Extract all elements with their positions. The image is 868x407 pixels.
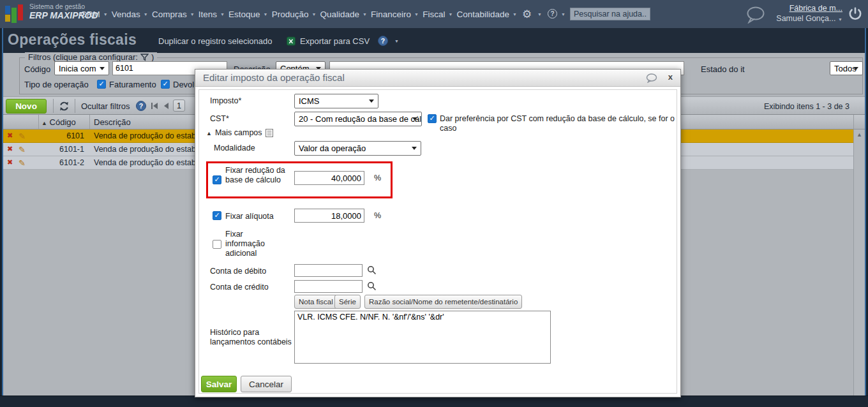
chat-bubble-icon[interactable] [745, 6, 766, 24]
conta-credito-label: Conta de crédito [210, 283, 269, 292]
token-serie-button[interactable]: Série [334, 295, 361, 309]
row-code: 6101-1 [38, 145, 84, 154]
conta-credito-input[interactable] [294, 280, 363, 293]
mais-campos-toggle[interactable]: ▲ Mais campos [206, 128, 273, 138]
grid-help-icon[interactable]: ? [136, 101, 146, 111]
scroll-up-icon[interactable]: ▲ [854, 131, 865, 138]
page-number-box[interactable]: 1 [173, 100, 185, 112]
cst-preference-checkbox[interactable] [428, 114, 437, 123]
cst-value: 20 - Com redução da base de cál [299, 114, 421, 124]
filters-legend-close: ) [151, 52, 154, 62]
duplicate-record-button[interactable]: Duplicar o registro selecionado [158, 36, 272, 46]
page-help-caret-icon[interactable]: ▼ [394, 39, 399, 43]
gear-menu-caret-icon[interactable]: ▼ [537, 12, 542, 17]
menu-producao[interactable]: Produção▼ [272, 10, 317, 19]
modalidade-select[interactable]: Valor da operação [294, 141, 421, 156]
menu-qualidade[interactable]: Qualidade▼ [320, 10, 367, 19]
menu-compras[interactable]: Compras▼ [152, 10, 195, 19]
search-lookup-icon[interactable] [367, 265, 377, 275]
frame-right-accent [865, 28, 866, 407]
menu-label: Financeiro [371, 10, 411, 19]
menu-contabilidade[interactable]: Contabilidade▼ [456, 10, 517, 19]
codigo-filter-label: Código [24, 64, 50, 74]
chevron-down-icon: ▼ [103, 12, 108, 17]
hide-filters-button[interactable]: Ocultar filtros [81, 101, 130, 111]
prev-page-icon[interactable] [163, 103, 168, 109]
menu-fiscal[interactable]: Fiscal▼ [423, 10, 453, 19]
devolucao-checkbox[interactable] [161, 80, 170, 89]
user-menu-caret-icon[interactable]: ▼ [838, 17, 842, 22]
conta-debito-input[interactable] [294, 264, 363, 277]
fixar-aliquota-input[interactable] [294, 209, 364, 223]
gear-icon[interactable]: ⚙ [522, 8, 532, 21]
logout-power-icon[interactable] [848, 6, 863, 22]
first-page-icon[interactable] [151, 103, 158, 109]
edit-row-icon[interactable]: ✎ [19, 131, 26, 141]
token-razao-social-button[interactable]: Razão social/Nome do remetente/destinatá… [364, 295, 522, 309]
fixar-info-checkbox[interactable] [213, 240, 221, 249]
menu-crm[interactable]: CRM▼ [80, 10, 108, 19]
filters-legend[interactable]: Filtros (clique para configurar: ) [25, 52, 157, 62]
menu-label: Produção [272, 10, 309, 19]
modal-title-bar[interactable]: Editar imposto da operação fiscal x [195, 70, 680, 87]
modal-chat-bubble-icon[interactable] [646, 73, 657, 83]
column-header-codigo[interactable]: ▲ Código [41, 117, 76, 127]
chevron-down-icon: ▼ [513, 12, 517, 17]
app-logo-icon[interactable] [5, 3, 26, 25]
delete-row-icon[interactable]: ✖ [7, 158, 13, 166]
top-nav-bar: Sistema de gestão ERP MAXIPROD CRM▼ Vend… [0, 0, 868, 28]
estado-filter-select[interactable]: Todos [830, 61, 863, 75]
delete-row-icon[interactable]: ✖ [7, 145, 13, 153]
help-icon[interactable]: ? [548, 9, 557, 18]
token-nota-fiscal-button[interactable]: Nota fiscal [294, 295, 338, 309]
fixar-reducao-input[interactable] [294, 171, 364, 185]
new-button[interactable]: Novo [6, 99, 47, 114]
menu-label: Itens [198, 10, 217, 19]
percent-sign: % [374, 174, 381, 182]
collapse-triangle-icon: ▲ [206, 130, 212, 137]
faturamento-checkbox[interactable] [97, 80, 106, 89]
modal-title: Editar imposto da operação fiscal [203, 72, 345, 83]
edit-row-icon[interactable]: ✎ [19, 145, 26, 154]
search-lookup-icon[interactable] [367, 281, 377, 291]
cst-select[interactable]: 20 - Com redução da base de cál [294, 112, 422, 126]
company-link[interactable]: Fábrica de m... [789, 4, 842, 13]
cst-label: CST* [210, 114, 229, 124]
tipo-operacao-label: Tipo de operação [24, 80, 89, 89]
codigo-operator-select[interactable]: Inicia com [54, 61, 109, 75]
help-search-input[interactable] [570, 8, 650, 20]
menu-label: CRM [80, 10, 100, 19]
modal-body: Imposto* ICMS CST* 20 - Com redução da b… [198, 89, 677, 394]
column-divider [38, 115, 39, 129]
cst-preference-label: Dar preferência por CST com redução da b… [440, 114, 677, 133]
table-scrollbar[interactable]: ▲ [853, 130, 865, 396]
user-menu[interactable]: Samuel Gonça... [776, 14, 835, 23]
historico-textarea[interactable]: VLR. ICMS CFE. N/NF. N. '&nf'/'&ns' '&dr… [294, 311, 551, 364]
menu-vendas[interactable]: Vendas▼ [112, 10, 148, 19]
save-button[interactable]: Salvar [201, 376, 237, 392]
faturamento-label: Faturamento [109, 80, 156, 89]
codigo-operator-value: Inicia com [59, 64, 96, 73]
menu-financeiro[interactable]: Financeiro▼ [371, 10, 419, 19]
delete-row-icon[interactable]: ✖ [7, 131, 13, 140]
close-icon[interactable]: x [668, 72, 673, 82]
logo-block-blue [5, 6, 10, 14]
menu-estoque[interactable]: Estoque▼ [228, 10, 267, 19]
sort-asc-icon: ▲ [41, 120, 47, 126]
edit-row-icon[interactable]: ✎ [19, 158, 26, 168]
fixar-reducao-checkbox[interactable] [213, 175, 221, 184]
export-csv-button[interactable]: Exportar para CSV [300, 36, 370, 46]
fixar-aliquota-checkbox[interactable] [213, 211, 221, 220]
imposto-select[interactable]: ICMS [294, 94, 378, 108]
chevron-down-icon: ▼ [220, 12, 225, 17]
chevron-down-icon: ▼ [414, 12, 419, 17]
refresh-icon[interactable] [59, 101, 70, 112]
column-header-descricao[interactable]: Descrição [94, 117, 131, 127]
page-help-icon[interactable]: ? [378, 36, 388, 46]
help-menu-caret-icon[interactable]: ▼ [561, 12, 565, 17]
filters-legend-text: Filtros (clique para configurar: [28, 52, 138, 62]
menu-itens[interactable]: Itens▼ [198, 10, 225, 19]
historico-label: Histórico para lançamentos contábeis [210, 328, 293, 347]
items-info: Exibindo itens 1 - 3 de 3 [764, 102, 849, 111]
cancel-button[interactable]: Cancelar [241, 376, 292, 392]
